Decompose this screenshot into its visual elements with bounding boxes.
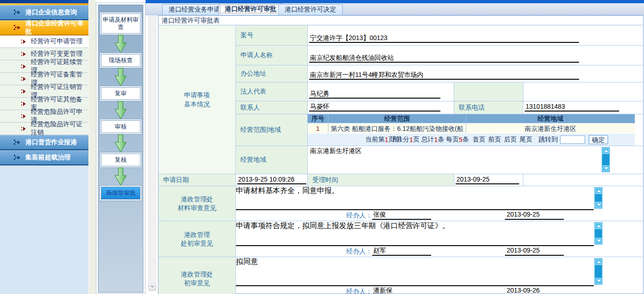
- jump-page-input[interactable]: [560, 135, 585, 144]
- workflow-step-leader-approval[interactable]: 局领导审批: [101, 187, 141, 200]
- application-window: 港口企业信息查询 港口企业经营许可审批 经营许可申请管理 经营许可变更管理 经营…: [0, 0, 644, 294]
- sidebar-subitem-label: 经营许可申请管理: [31, 37, 82, 46]
- scroll-down-icon[interactable]: [595, 238, 602, 244]
- case-no-label: 案号: [236, 25, 308, 46]
- pagination-text: 当前第: [365, 135, 385, 144]
- contact-phone-field[interactable]: 13101881483: [525, 103, 619, 112]
- jump-confirm-button[interactable]: 确定: [589, 135, 608, 144]
- sidebar-subitem-dangerous-goods-cancel[interactable]: 经营危险品许可证注销: [0, 123, 88, 135]
- flow-arrow-icon: [114, 100, 127, 120]
- scroll-down-icon[interactable]: [603, 165, 609, 171]
- submenu-arrow-icon: [21, 89, 26, 94]
- sidebar-item-container-overload[interactable]: 集装箱超载治理: [0, 150, 88, 165]
- handler-label: 经办人：: [346, 288, 372, 294]
- opinion1-cell: 申请材料基本齐全，同意申报。 经办人： 张俊 2013-09-25: [236, 186, 643, 221]
- main-scrollbar[interactable]: [148, 4, 156, 291]
- tab-license-decision[interactable]: 港口经营许可决定: [278, 4, 343, 15]
- empty-green-cell: [454, 82, 523, 101]
- jump-to-label: 跳转到: [539, 135, 558, 144]
- opinion1-textarea[interactable]: 申请材料基本齐全，同意申报。: [236, 186, 643, 210]
- handler-name-field[interactable]: 赵军: [372, 247, 431, 256]
- opinion2-textarea[interactable]: 申请事项符合规定，拟同意上报发放三年期《港口经营许可证》。: [236, 221, 643, 246]
- scroll-down-icon[interactable]: [149, 283, 156, 290]
- pagination-text: 页 总计: [413, 135, 434, 144]
- scroll-down-icon[interactable]: [595, 202, 602, 208]
- workflow-diagram: 申请及材料审查 现场核查 复审 审核 复核 局领导审批: [98, 5, 143, 293]
- opinion1-label: 港政管理处材料审查意见: [158, 186, 236, 221]
- scroll-up-icon[interactable]: [595, 259, 602, 265]
- sidebar-subitem-license-apply-mgmt[interactable]: 经营许可申请管理: [0, 35, 88, 48]
- case-no-field[interactable]: 宁交港许字【2013】00123: [309, 34, 579, 43]
- last-page-link[interactable]: 尾页: [520, 135, 533, 144]
- sidebar-item-port-enterprise-info-query[interactable]: 港口企业信息查询: [0, 5, 88, 20]
- pagination-text: 页 共分: [388, 135, 410, 144]
- flow-arrow-icon: [114, 166, 127, 187]
- apply-date-cell: 2013-9-25 10:09:26: [236, 174, 308, 186]
- applicant-field[interactable]: 南京纪发船舶清仓残油回收站: [309, 54, 579, 63]
- opinion3-textarea[interactable]: 拟同意: [236, 257, 643, 286]
- contact-field[interactable]: 马菱怀: [309, 103, 440, 112]
- col-header-scope: 经营范围: [328, 114, 466, 123]
- menu-arrow-icon: [14, 155, 21, 160]
- textarea-scrollbar[interactable]: [594, 258, 603, 285]
- contact-label: 联系人: [236, 101, 308, 114]
- page-count: 1: [410, 136, 413, 143]
- office-address-field[interactable]: 南京市新河一村11号4幢郑和农贸市场内: [309, 71, 579, 80]
- first-page-link[interactable]: 首页: [473, 135, 486, 144]
- sidebar-item-label: 集装箱超载治理: [25, 153, 70, 162]
- case-no-cell: 宁交港许字【2013】00123: [308, 25, 643, 46]
- scroll-up-icon[interactable]: [595, 188, 602, 194]
- submenu-arrow-icon: [21, 127, 26, 131]
- textarea-scrollbar[interactable]: [594, 187, 603, 209]
- sidebar-banner-strip: [0, 0, 88, 5]
- handler-date-field[interactable]: 2013-09-25: [505, 247, 564, 256]
- page-size: 5: [459, 136, 463, 143]
- workflow-step-audit[interactable]: 审核: [101, 120, 141, 133]
- accept-time-cell: 2013-09-25: [454, 174, 523, 186]
- menu-arrow-icon: [14, 140, 21, 145]
- workflow-step-re-review[interactable]: 复审: [101, 87, 141, 100]
- opinion2-text: 申请事项符合规定，拟同意上报发放三年期《港口经营许可证》。: [236, 222, 450, 229]
- scroll-down-icon[interactable]: [595, 278, 602, 284]
- legal-rep-field[interactable]: 马纪勇: [309, 90, 440, 99]
- handler-name-field[interactable]: 潘新保: [372, 287, 431, 294]
- opinion2-signature-row: 经办人： 赵军 2013-09-25: [236, 246, 643, 257]
- contact-phone-label: 联系电话: [454, 101, 523, 114]
- scroll-up-icon[interactable]: [603, 148, 609, 154]
- scroll-up-icon[interactable]: [595, 223, 602, 229]
- accept-time-field[interactable]: 2013-09-25: [456, 176, 519, 184]
- accept-time-label: 受理时间: [308, 174, 454, 186]
- opinion3-cell: 拟同意 经办人： 潘新保 2013-09-26: [236, 257, 643, 294]
- pagination-bar: 当前第1页 共分1页 总计1条 每页5条 首页 前页 后页 尾页 跳转到 确定: [308, 133, 635, 146]
- textarea-scrollbar[interactable]: [594, 222, 603, 245]
- prev-page-link[interactable]: 前页: [488, 135, 501, 144]
- sidebar-item-general-cargo-report[interactable]: 港口普货作业报港: [0, 135, 88, 150]
- sidebar-subitem-label: 经营危险品许可证注销: [31, 120, 88, 137]
- textarea-scrollbar[interactable]: [602, 147, 610, 172]
- tab-license-approval[interactable]: 港口经营许可审批: [218, 3, 283, 15]
- sidebar-item-port-enterprise-license-approval[interactable]: 港口企业经营许可审批: [0, 20, 88, 35]
- workflow-step-material-review[interactable]: 申请及材料审查: [101, 13, 141, 34]
- apply-date-field[interactable]: 2013-9-25 10:09:26: [237, 176, 306, 184]
- table-row[interactable]: 1 第六类 船舶港口服务：6.12船舶污染物接收(船舶) 南京港新生圩港区: [308, 123, 635, 133]
- top-blue-bar: [146, 0, 644, 3]
- handler-date-field[interactable]: 2013-09-25: [505, 211, 564, 220]
- opinion3-text: 拟同意: [236, 258, 258, 265]
- opinion3-signature-row: 经办人： 潘新保 2013-09-26: [236, 286, 643, 294]
- next-page-link[interactable]: 后页: [504, 135, 517, 144]
- splitter-strip[interactable]: [88, 0, 96, 294]
- business-area-value: 南京港新生圩港区: [308, 146, 643, 156]
- group-label-basic-info: 申请事项基本情况: [158, 25, 236, 174]
- business-area-textarea[interactable]: 南京港新生圩港区: [308, 146, 643, 174]
- opinion2-label: 港政管理处初审意见: [158, 221, 236, 257]
- handler-name-field[interactable]: 张俊: [372, 211, 431, 220]
- flow-arrow-icon: [114, 67, 127, 87]
- submenu-arrow-icon: [21, 102, 26, 106]
- office-address-label: 办公地址: [236, 65, 308, 82]
- workflow-step-site-check[interactable]: 现场核查: [101, 54, 141, 67]
- handler-date-field[interactable]: 2013-09-26: [505, 287, 564, 294]
- empty-cell: [523, 82, 643, 101]
- workflow-step-recheck[interactable]: 复核: [101, 153, 141, 166]
- workflow-panel: 申请及材料审查 现场核查 复审 审核 复核 局领导审批: [96, 2, 146, 294]
- pagination-text: 条: [463, 135, 469, 144]
